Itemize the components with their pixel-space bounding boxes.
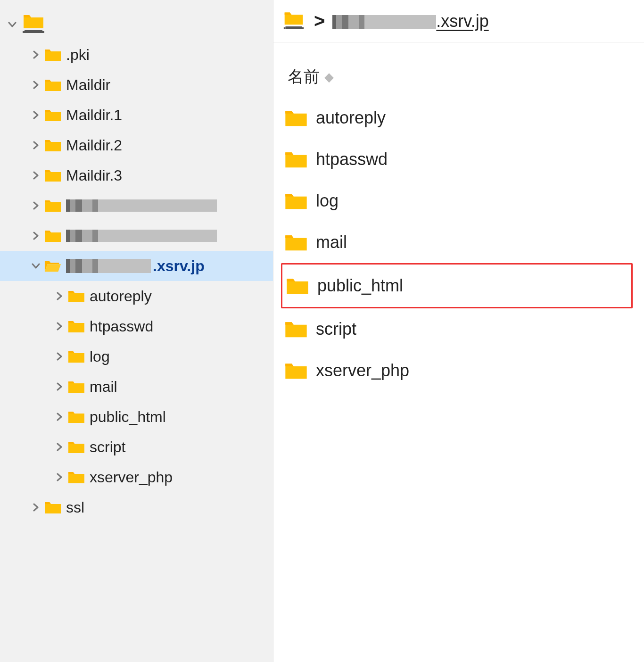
tree-label: script (90, 439, 125, 456)
file-name: mail (316, 232, 347, 252)
breadcrumb-separator-icon: > (314, 10, 325, 32)
tree-item-maildir-3[interactable]: Maildir.3 (0, 160, 273, 190)
tree-label: .xsrv.jp (153, 257, 205, 275)
sort-indicator-icon: ◆ (324, 70, 334, 84)
list-item-xserver-php[interactable]: xserver_php (285, 350, 633, 391)
folder-icon (68, 349, 85, 364)
folder-icon (285, 150, 307, 169)
folder-icon (44, 199, 61, 213)
chevron-right-icon (31, 80, 41, 90)
tree-label: Maildir.1 (66, 107, 122, 124)
folder-icon (285, 108, 307, 127)
chevron-right-icon (55, 442, 64, 452)
chevron-right-icon (31, 110, 41, 120)
folder-icon (44, 78, 61, 92)
list-item-log[interactable]: log (285, 180, 633, 222)
folder-icon (68, 319, 85, 333)
file-name: public_html (317, 276, 403, 296)
tree-item-ssl[interactable]: ssl (0, 492, 273, 522)
tree-item-htpasswd[interactable]: htpasswd (0, 311, 273, 341)
tree-label: xserver_php (90, 469, 173, 486)
chevron-right-icon (31, 503, 41, 512)
folder-icon (44, 138, 61, 152)
chevron-right-icon (55, 472, 64, 482)
folder-icon (68, 289, 85, 303)
chevron-right-icon (55, 322, 64, 331)
chevron-right-icon (31, 171, 41, 180)
folder-open-icon (44, 259, 61, 273)
tree-label: Maildir (66, 76, 110, 94)
folder-icon (44, 500, 61, 514)
folder-icon (44, 108, 61, 122)
tree-item-public-html[interactable]: public_html (0, 402, 273, 432)
tree-root-server[interactable] (0, 9, 273, 40)
tree-label: .pki (66, 46, 90, 64)
list-item-autoreply[interactable]: autoreply (285, 97, 633, 139)
column-header-name[interactable]: 名前 ◆ (273, 42, 644, 97)
file-list: autoreply htpasswd log mail public_html (273, 97, 644, 391)
chevron-right-icon (55, 382, 64, 391)
folder-icon (285, 320, 307, 339)
redacted-domain-prefix (66, 259, 151, 273)
tree-item-pki[interactable]: .pki (0, 40, 273, 70)
list-item-mail[interactable]: mail (285, 222, 633, 263)
tree-label: htpasswd (90, 318, 153, 335)
file-name: autoreply (316, 108, 386, 128)
folder-icon (68, 380, 85, 394)
tree-item-redacted-2[interactable] (0, 221, 273, 251)
column-header-label: 名前 (288, 66, 320, 88)
redacted-label (66, 230, 217, 242)
chevron-right-icon (55, 352, 64, 361)
breadcrumb: > .xsrv.jp (273, 0, 644, 42)
chevron-right-icon (55, 291, 64, 301)
file-name: htpasswd (316, 149, 388, 169)
folder-icon (44, 229, 61, 243)
tree-item-xsrv-domain[interactable]: .xsrv.jp (0, 251, 273, 281)
tree-label: log (90, 348, 110, 365)
folder-icon (285, 191, 307, 210)
server-folder-icon[interactable] (283, 11, 305, 31)
tree-item-autoreply[interactable]: autoreply (0, 281, 273, 311)
tree-label: public_html (90, 408, 166, 426)
file-name: xserver_php (316, 361, 409, 381)
file-name: script (316, 319, 356, 339)
folder-icon (285, 233, 307, 252)
list-item-public-html[interactable]: public_html (281, 263, 633, 308)
redacted-domain-prefix (332, 15, 436, 29)
redacted-label (66, 199, 217, 212)
tree-item-xserver-php[interactable]: xserver_php (0, 462, 273, 492)
folder-tree-panel: .pki Maildir Maildir.1 Maildir.2 Maildir… (0, 0, 273, 662)
folder-icon (68, 440, 85, 454)
chevron-right-icon (31, 231, 41, 240)
tree-label: Maildir.3 (66, 167, 122, 184)
file-name: log (316, 191, 339, 211)
folder-icon (68, 470, 85, 484)
chevron-right-icon (31, 50, 41, 59)
chevron-down-icon (31, 261, 41, 271)
tree-item-log[interactable]: log (0, 341, 273, 372)
folder-icon (286, 276, 309, 295)
tree-label: mail (90, 378, 117, 396)
tree-item-mail[interactable]: mail (0, 372, 273, 402)
tree-item-maildir-2[interactable]: Maildir.2 (0, 130, 273, 160)
tree-label: autoreply (90, 288, 152, 305)
file-list-panel: > .xsrv.jp 名前 ◆ autoreply htpasswd log (273, 0, 644, 662)
chevron-right-icon (31, 201, 41, 210)
folder-icon (68, 410, 85, 424)
tree-item-script[interactable]: script (0, 432, 273, 462)
tree-label: Maildir.2 (66, 137, 122, 154)
tree-item-maildir[interactable]: Maildir (0, 70, 273, 100)
chevron-down-icon (8, 20, 17, 29)
breadcrumb-current[interactable]: .xsrv.jp (332, 11, 488, 31)
folder-icon (44, 168, 61, 182)
tree-item-redacted-1[interactable] (0, 190, 273, 221)
folder-icon (285, 361, 307, 380)
tree-label: ssl (66, 499, 84, 516)
server-folder-icon (22, 14, 45, 35)
folder-icon (44, 48, 61, 62)
tree-item-maildir-1[interactable]: Maildir.1 (0, 100, 273, 130)
chevron-right-icon (55, 412, 64, 422)
list-item-htpasswd[interactable]: htpasswd (285, 139, 633, 180)
chevron-right-icon (31, 141, 41, 150)
list-item-script[interactable]: script (285, 308, 633, 350)
